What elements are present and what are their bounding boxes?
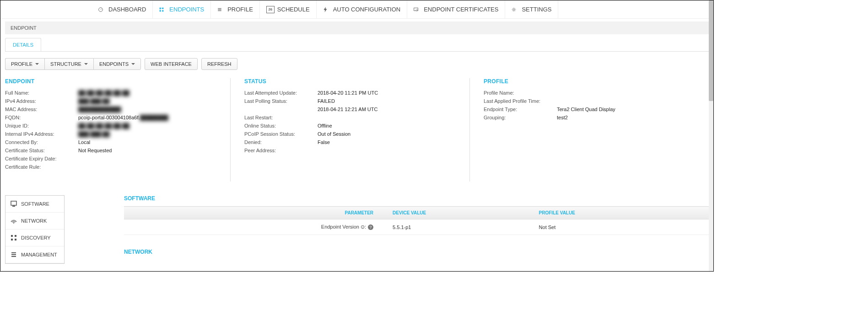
nav-schedule[interactable]: 26 SCHEDULE <box>260 0 317 19</box>
kv-key: Unique ID: <box>5 123 78 128</box>
sidenav-network[interactable]: NETWORK <box>5 213 64 230</box>
side-nav: SOFTWARE NETWORK DISCOVERY MANAGEMENT <box>5 195 65 264</box>
scrollbar[interactable] <box>709 0 713 271</box>
kv-value <box>78 164 221 170</box>
main-panel: SOFTWARE PARAMETER DEVICE VALUE PROFILE … <box>69 195 709 264</box>
kv-key: Denied: <box>244 139 318 145</box>
svg-rect-18 <box>11 239 13 240</box>
nav-label: DASHBOARD <box>108 6 146 13</box>
kv-row: 2018-04-21 12:21 AM UTC <box>244 107 460 112</box>
nav-certificates[interactable]: ENDPOINT CERTIFICATES <box>407 0 505 19</box>
refresh-button[interactable]: REFRESH <box>201 58 237 70</box>
kv-key: Online Status: <box>244 123 318 128</box>
section-title: PROFILE <box>484 78 700 85</box>
bolt-icon <box>323 6 330 13</box>
panel-title: NETWORK <box>124 249 709 255</box>
nav-label: SCHEDULE <box>277 6 310 13</box>
kv-value: ████████████ <box>78 107 221 112</box>
col-device-value[interactable]: DEVICE VALUE <box>387 207 534 219</box>
kv-value <box>557 98 700 104</box>
kv-row: Last Polling Status:FAILED <box>244 98 460 104</box>
kv-key: Connected By: <box>5 139 78 145</box>
kv-value: ███.███.██ <box>78 98 221 104</box>
nav-label: ENDPOINTS <box>169 6 204 13</box>
kv-key: Certificate Status: <box>5 148 78 153</box>
breadcrumb: ENDPOINT <box>5 21 709 34</box>
sidenav-label: DISCOVERY <box>21 235 51 240</box>
kv-value: Local <box>78 139 221 145</box>
endpoints-dropdown[interactable]: ENDPOINTS <box>93 58 141 70</box>
structure-dropdown[interactable]: STRUCTURE <box>44 58 93 70</box>
btn-label: STRUCTURE <box>50 61 81 67</box>
profile-dropdown[interactable]: PROFILE <box>5 58 44 70</box>
kv-value: Not Requested <box>78 148 221 153</box>
kv-key: Full Name: <box>5 90 78 96</box>
chevron-down-icon <box>84 63 88 65</box>
kv-value: False <box>318 139 460 145</box>
kv-key: Certificate Expiry Date: <box>5 156 78 161</box>
kv-value <box>557 90 700 96</box>
table-row: Endpoint Version ⊙:? 5.5.1-p1 Not Set <box>124 219 709 235</box>
panel-title: SOFTWARE <box>124 195 709 202</box>
kv-key: Last Applied Profile Time: <box>484 98 557 104</box>
param-text: Endpoint Version ⊙: <box>321 224 366 230</box>
kv-value: ███.███.██ <box>78 131 221 137</box>
top-nav: DASHBOARD ENDPOINTS PROFILE 26 SCHEDULE … <box>0 0 713 19</box>
nav-endpoints[interactable]: ENDPOINTS <box>153 0 211 19</box>
cell-profile-value: Not Set <box>534 219 709 235</box>
svg-rect-1 <box>160 7 161 9</box>
col-parameter[interactable]: PARAMETER <box>124 207 387 219</box>
svg-point-12 <box>513 9 515 11</box>
kv-row: Peer Address: <box>244 148 460 153</box>
kv-key: Internal IPv4 Address: <box>5 131 78 137</box>
nav-settings[interactable]: SETTINGS <box>505 0 558 19</box>
kv-key: Last Polling Status: <box>244 98 318 104</box>
sidenav-discovery[interactable]: DISCOVERY <box>5 230 64 246</box>
nav-dashboard[interactable]: DASHBOARD <box>92 0 153 19</box>
software-icon <box>10 200 17 208</box>
kv-value <box>78 156 221 161</box>
kv-row: FQDN:pcoip-portal-003004108a6f.████████ <box>5 115 221 120</box>
nav-label: PROFILE <box>227 6 253 13</box>
sidenav-management[interactable]: MANAGEMENT <box>5 246 64 263</box>
profile-icon <box>217 6 225 13</box>
kv-row: Profile Name: <box>484 90 700 96</box>
help-icon[interactable]: ? <box>368 224 373 230</box>
toolbar-group: PROFILE STRUCTURE ENDPOINTS <box>5 58 141 70</box>
kv-key: Peer Address: <box>244 148 318 153</box>
software-table: PARAMETER DEVICE VALUE PROFILE VALUE End… <box>124 206 709 235</box>
kv-key: Profile Name: <box>484 90 557 96</box>
svg-rect-17 <box>15 235 16 237</box>
kv-key: PCoIP Session Status: <box>244 131 318 137</box>
kv-value: 2018-04-21 12:21 AM UTC <box>318 107 460 112</box>
nav-autoconfig[interactable]: AUTO CONFIGURATION <box>317 0 408 19</box>
kv-key <box>244 107 318 112</box>
scrollbar-thumb[interactable] <box>709 0 713 101</box>
tab-details[interactable]: DETAILS <box>5 38 41 51</box>
toolbar: PROFILE STRUCTURE ENDPOINTS WEB INTERFAC… <box>5 58 709 70</box>
kv-value: pcoip-portal-003004108a6f.████████ <box>78 115 221 120</box>
sidenav-software[interactable]: SOFTWARE <box>5 196 64 213</box>
kv-value <box>318 115 460 120</box>
nav-label: AUTO CONFIGURATION <box>333 6 401 13</box>
svg-rect-16 <box>11 235 13 237</box>
endpoint-column: ENDPOINT Full Name:██-██-██-██-██-██IPv4… <box>5 78 230 182</box>
kv-row: Last Restart: <box>244 115 460 120</box>
web-interface-button[interactable]: WEB INTERFACE <box>145 58 198 70</box>
nav-profile[interactable]: PROFILE <box>211 0 260 19</box>
kv-row: Certificate Rule: <box>5 164 221 170</box>
kv-key: FQDN: <box>5 115 78 120</box>
svg-rect-4 <box>162 10 164 11</box>
kv-row: Full Name:██-██-██-██-██-██ <box>5 90 221 96</box>
nav-label: SETTINGS <box>522 6 551 13</box>
svg-rect-3 <box>160 10 161 11</box>
dashboard-icon <box>98 6 106 13</box>
kv-value: ██-██-██-██-██-██ <box>78 123 221 128</box>
tabs: DETAILS <box>5 38 709 52</box>
sidenav-label: MANAGEMENT <box>21 252 57 257</box>
nav-label: ENDPOINT CERTIFICATES <box>424 6 498 13</box>
status-column: STATUS Last Attempted Update:2018-04-20 … <box>230 78 469 182</box>
kv-row: Certificate Status:Not Requested <box>5 148 221 153</box>
col-profile-value[interactable]: PROFILE VALUE <box>534 207 709 219</box>
kv-key: IPv4 Address: <box>5 98 78 104</box>
